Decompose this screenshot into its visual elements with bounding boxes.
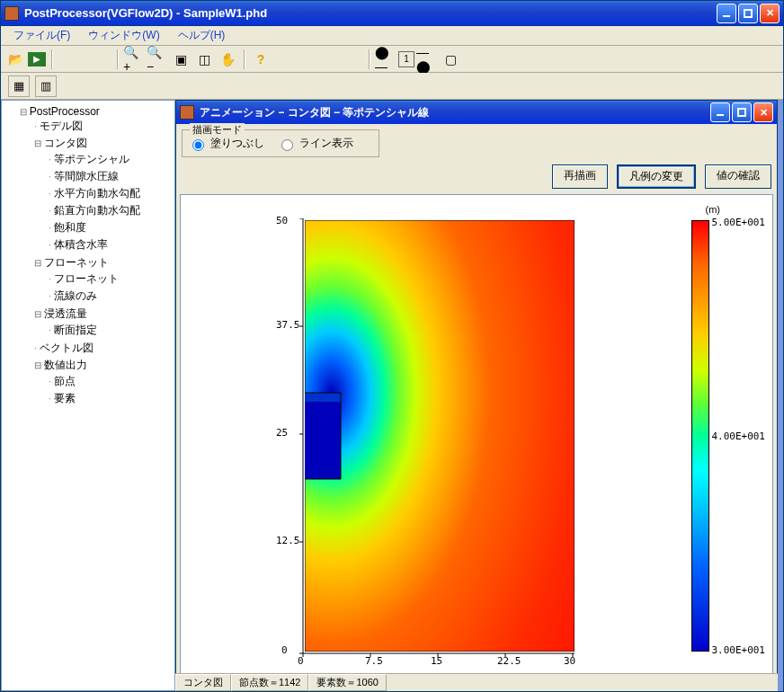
frame-number-icon[interactable]: 1 (398, 51, 414, 67)
tree-vector[interactable]: ベクトル図 (34, 340, 171, 357)
tree-numeric[interactable]: 数値出力 節点 要素 (34, 357, 171, 408)
ytick-0: 0 (281, 644, 288, 656)
fit-icon[interactable]: ▣ (170, 49, 192, 70)
status-pane1: コンタ図 (175, 674, 231, 691)
tree-root[interactable]: PostProcessor モデル図 コンタ図 等ポテンシャル 等間隙水圧線 水… (20, 104, 171, 409)
zoom-in-icon[interactable]: 🔍+ (123, 49, 145, 70)
child-window: アニメーション − コンタ図 − 等ポテンシャル線 ✕ 描画モード 塗りつぶし … (175, 100, 778, 688)
child-icon (180, 105, 194, 120)
menu-file[interactable]: ファイル(F) (4, 26, 79, 45)
tree-panel[interactable]: PostProcessor モデル図 コンタ図 等ポテンシャル 等間隙水圧線 水… (1, 100, 175, 691)
mdi-area: PostProcessor モデル図 コンタ図 等ポテンシャル 等間隙水圧線 水… (1, 100, 783, 691)
tree-numeric-0[interactable]: 節点 (49, 373, 171, 390)
pan-icon[interactable]: ✋ (217, 49, 238, 70)
first-frame-icon[interactable]: ⬤— (375, 49, 396, 70)
top-controls: 描画モード 塗りつぶし ライン表示 (180, 128, 773, 159)
child-body: 描画モード 塗りつぶし ライン表示 再描画 凡例の変更 値の確認 Y (176, 124, 777, 687)
app-icon (4, 6, 19, 21)
colorbar-max: 5.00E+001 (711, 217, 765, 228)
run-icon[interactable]: ▶ (28, 52, 46, 67)
tree-contour-1[interactable]: 等間隙水圧線 (49, 168, 171, 185)
colorbar-unit: (m) (706, 204, 721, 215)
tree-numeric-1[interactable]: 要素 (49, 390, 171, 407)
status-bar: コンタ図 節点数＝1142 要素数＝1060 (175, 673, 778, 691)
child-close-button[interactable]: ✕ (753, 102, 773, 122)
tree-flownet-0[interactable]: フローネット (49, 271, 171, 288)
svg-rect-3 (738, 109, 745, 116)
toolbar-main: 📂 ▶ 🔍+ 🔍− ▣ ◫ ✋ ? ⬤— 1 —⬤ ▢ (1, 46, 783, 73)
drawmode-group: 描画モード 塗りつぶし ライン表示 (182, 129, 379, 157)
main-titlebar: PostProcessor(VGFlow2D) - SampleW1.phd ✕ (1, 1, 783, 26)
ytick-50: 50 (276, 215, 288, 226)
plot-area: Y (180, 194, 773, 683)
tree-seepage-0[interactable]: 断面指定 (49, 322, 171, 339)
child-maximize-button[interactable] (732, 102, 752, 122)
zoom-out-icon[interactable]: 🔍− (147, 49, 168, 70)
main-window: PostProcessor(VGFlow2D) - SampleW1.phd ✕… (0, 0, 784, 692)
maximize-button[interactable] (738, 4, 758, 23)
main-title: PostProcessor(VGFlow2D) - SampleW1.phd (24, 6, 717, 20)
svg-rect-2 (717, 114, 724, 116)
grid-icon[interactable]: ▦ (8, 75, 30, 97)
ytick-12: 12.5 (276, 535, 300, 546)
colorbar-mid: 4.00E+001 (711, 430, 765, 442)
close-button[interactable]: ✕ (760, 4, 780, 23)
ytick-37: 37.5 (276, 319, 300, 331)
tree-contour-4[interactable]: 飽和度 (49, 219, 171, 236)
last-frame-icon[interactable]: ▢ (440, 49, 461, 70)
tree-contour-3[interactable]: 鉛直方向動水勾配 (49, 202, 171, 219)
axis-ticks (299, 218, 578, 659)
next-frame-icon[interactable]: —⬤ (416, 49, 438, 70)
menu-help[interactable]: ヘルプ(H) (169, 26, 235, 45)
tree-flownet[interactable]: フローネット フローネット 流線のみ (34, 254, 171, 306)
radio-line[interactable]: ライン表示 (277, 136, 353, 151)
help-icon[interactable]: ? (250, 49, 272, 70)
radio-fill[interactable]: 塗りつぶし (188, 136, 264, 151)
window-buttons: ✕ (717, 4, 780, 23)
tree-flownet-1[interactable]: 流線のみ (49, 288, 171, 305)
svg-rect-0 (723, 15, 730, 17)
child-title: アニメーション − コンタ図 − 等ポテンシャル線 (200, 105, 710, 120)
colorbar (691, 220, 709, 652)
tree-model[interactable]: モデル図 (34, 118, 171, 135)
tree-seepage[interactable]: 浸透流量 断面指定 (34, 306, 171, 340)
menu-bar: ファイル(F) ウィンドウ(W) ヘルプ(H) (1, 26, 783, 46)
tree-contour-5[interactable]: 体積含水率 (49, 236, 171, 253)
zoom-region-icon[interactable]: ◫ (193, 49, 215, 70)
tree-contour-2[interactable]: 水平方向動水勾配 (49, 185, 171, 202)
legend-change-button[interactable]: 凡例の変更 (617, 164, 696, 189)
menu-window[interactable]: ウィンドウ(W) (79, 26, 168, 45)
toolbar-secondary: ▦ ▥ (1, 73, 783, 100)
svg-rect-1 (744, 10, 752, 17)
tree-contour[interactable]: コンタ図 等ポテンシャル 等間隙水圧線 水平方向動水勾配 鉛直方向動水勾配 飽和… (34, 135, 171, 254)
colorbar-min: 3.00E+001 (711, 644, 765, 656)
button-row: 再描画 凡例の変更 値の確認 (182, 164, 771, 189)
status-pane3: 要素数＝1060 (308, 674, 386, 691)
redraw-button[interactable]: 再描画 (552, 164, 608, 189)
grid2-icon[interactable]: ▥ (35, 75, 57, 97)
child-minimize-button[interactable] (710, 102, 730, 122)
child-titlebar: アニメーション − コンタ図 − 等ポテンシャル線 ✕ (176, 101, 777, 124)
tree-contour-0[interactable]: 等ポテンシャル (49, 151, 171, 168)
minimize-button[interactable] (717, 4, 736, 23)
drawmode-legend: 描画モード (190, 123, 245, 137)
value-check-button[interactable]: 値の確認 (705, 164, 771, 189)
status-pane2: 節点数＝1142 (231, 674, 308, 691)
open-icon[interactable]: 📂 (4, 49, 26, 70)
ytick-25: 25 (276, 427, 288, 439)
